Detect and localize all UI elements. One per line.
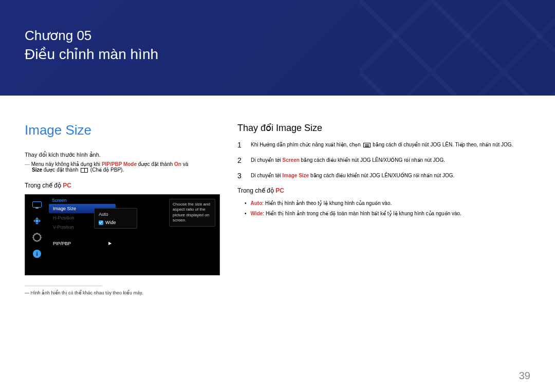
mode-label: Trong chế độ PC — [25, 182, 220, 189]
right-column: Thay đổi Image Size 1 Khi Hướng dẫn phím… — [237, 122, 530, 295]
pbp-split-icon — [81, 168, 88, 173]
osd-sidebar: i — [25, 195, 49, 275]
mode-label: Trong chế độ PC — [237, 187, 530, 194]
page-header: Chương 05 Điều chỉnh màn hình — [0, 0, 555, 96]
availability-note: ― Menu này không khả dụng khi PIP/PBP Mo… — [25, 161, 220, 173]
instructions-title: Thay đổi Image Size — [237, 122, 530, 134]
chapter-label: Chương 05 — [25, 28, 530, 44]
note-dash: ― — [25, 161, 30, 167]
section-title: Image Size — [25, 122, 220, 138]
osd-panel: i Screen Image Size H-Position V-Positio… — [25, 194, 220, 275]
step-number: 1 — [237, 141, 244, 149]
gear-icon — [32, 233, 42, 242]
chevron-right-icon: ▶ — [108, 241, 112, 246]
bullet-wide: • Wide: Hiển thị hình ảnh trong chế độ t… — [245, 210, 530, 217]
body: Image Size Thay đổi kích thước hình ảnh.… — [0, 96, 555, 295]
menu-icon — [363, 143, 371, 147]
bullet-list: • Auto: Hiển thị hình ảnh theo tỷ lệ khu… — [237, 199, 530, 217]
osd-submenu: Auto Wide — [94, 208, 137, 229]
bullet-icon: • — [245, 199, 247, 207]
bullet-icon: • — [245, 210, 247, 217]
osd-option-wide: Wide — [95, 218, 137, 227]
check-icon — [99, 220, 103, 225]
osd-item-pip-pbp: PIP/PBP ▶ — [49, 239, 116, 248]
step-text: Di chuyển tới Image Size bằng cách điều … — [251, 172, 454, 179]
info-icon: i — [32, 249, 42, 258]
screen-icon — [32, 200, 42, 209]
osd-menu: Screen Image Size H-Position V-Position … — [49, 195, 116, 275]
osd-option-auto: Auto — [95, 210, 137, 218]
steps-list: 1 Khi Hướng dẫn phím chức năng xuất hiện… — [237, 141, 530, 180]
divider — [25, 286, 102, 286]
step-text: Di chuyển tới Screen bằng cách điều khiể… — [251, 156, 445, 164]
footnote: ― Hình ảnh hiển thị có thể khác nhau tùy… — [25, 290, 220, 295]
left-column: Image Size Thay đổi kích thước hình ảnh.… — [25, 122, 220, 295]
step-number: 2 — [237, 156, 244, 164]
chapter-title: Điều chỉnh màn hình — [25, 46, 530, 63]
step-2: 2 Di chuyển tới Screen bằng cách điều kh… — [237, 156, 530, 164]
step-1: 1 Khi Hướng dẫn phím chức năng xuất hiện… — [237, 141, 530, 149]
page-number: 39 — [519, 370, 530, 382]
osd-help-text: Choose the size and aspect ratio of the … — [169, 199, 215, 227]
section-description: Thay đổi kích thước hình ảnh. — [25, 152, 220, 158]
osd-menu-header: Screen — [49, 198, 116, 204]
step-text: Khi Hướng dẫn phím chức năng xuất hiện, … — [251, 141, 513, 148]
step-3: 3 Di chuyển tới Image Size bằng cách điề… — [237, 172, 530, 180]
step-number: 3 — [237, 172, 244, 180]
dpad-icon — [32, 216, 42, 226]
bullet-auto: • Auto: Hiển thị hình ảnh theo tỷ lệ khu… — [245, 199, 530, 207]
